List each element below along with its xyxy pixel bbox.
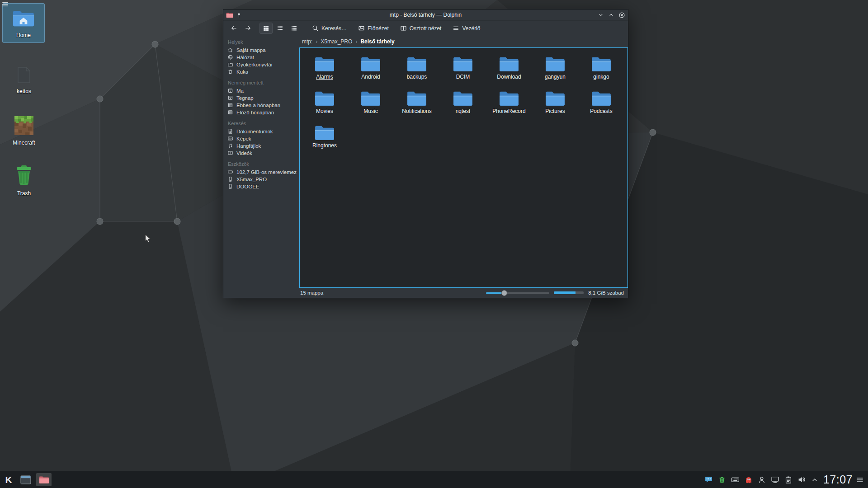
clock[interactable]: 17:07 [823, 473, 853, 486]
compact-view-button[interactable] [274, 23, 287, 34]
desktop-icon-trash[interactable]: Trash [3, 159, 45, 201]
panel-menu-icon[interactable] [856, 476, 864, 484]
sidebar-item-label: X5max_PRO [236, 177, 267, 182]
sidebar-item[interactable]: Előző hónapban [227, 109, 297, 116]
sidebar-item-label: 102,7 GiB-os merevlemez [236, 169, 297, 175]
folder-item[interactable]: Movies [302, 89, 348, 124]
task-window[interactable] [18, 473, 33, 486]
titlebar[interactable]: mtp - Belső tárhely — Dolphin [223, 9, 628, 21]
folder-count: 15 mappa [300, 290, 323, 296]
folder-icon [591, 55, 612, 72]
folder-item[interactable]: Ringtones [302, 124, 348, 158]
phone-icon [227, 183, 233, 189]
cal-day-icon [227, 95, 233, 101]
folder-item[interactable]: gangyun [532, 55, 578, 89]
desktop-icon-label: Minecraft [13, 140, 35, 146]
split-view-button[interactable]: Osztott nézet [397, 23, 445, 34]
sidebar-item-label: Kuka [236, 69, 248, 75]
sidebar-item[interactable]: Gyökérkönyvtár [227, 61, 297, 68]
sidebar-item[interactable]: Ma [227, 87, 297, 94]
app-launcher-button[interactable]: K [2, 473, 15, 487]
dolphin-app-icon [226, 12, 233, 18]
folder-icon [499, 55, 519, 72]
sidebar-item-label: Képek [236, 136, 251, 141]
breadcrumb-separator-icon: › [355, 38, 357, 45]
user-session-icon[interactable] [758, 476, 766, 484]
preview-button[interactable]: Előnézet [355, 23, 392, 34]
sidebar-item-label: Dokumentumok [236, 129, 273, 134]
sidebar-item[interactable]: Saját mappa [227, 47, 297, 53]
image-icon [227, 136, 233, 141]
disk-icon [227, 169, 233, 175]
folder-view[interactable]: AlarmsAndroidbackupsDCIMDownloadgangyung… [299, 47, 628, 288]
folder-label: Movies [316, 108, 333, 114]
display-settings-icon[interactable] [771, 475, 779, 484]
close-button[interactable] [618, 12, 625, 19]
folder-item[interactable]: Notifications [394, 89, 440, 124]
folder-icon [314, 89, 335, 107]
keyboard-layout-icon[interactable] [731, 475, 740, 484]
desktop-icon-kettos[interactable]: kettos [3, 61, 45, 99]
breadcrumb-item[interactable]: X5max_PRO [321, 38, 352, 45]
folder-item[interactable]: nqtest [440, 89, 486, 124]
sidebar-item[interactable]: 102,7 GiB-os merevlemez [227, 169, 297, 175]
folder-item[interactable]: ginkgo [578, 55, 624, 89]
folder-item[interactable]: Music [348, 89, 394, 124]
maximize-button[interactable] [608, 12, 614, 18]
sidebar-item-label: Tegnap [236, 95, 254, 101]
folder-item[interactable]: Podcasts [578, 89, 624, 124]
expand-tray-icon[interactable] [811, 476, 818, 483]
folder-item[interactable]: backups [394, 55, 440, 89]
ghost-app-icon[interactable] [745, 476, 753, 484]
desktop-icon-label: Home [16, 33, 31, 38]
messenger-icon[interactable] [704, 475, 713, 484]
split-view-label: Osztott nézet [410, 25, 442, 32]
zoom-slider[interactable] [486, 289, 549, 296]
sidebar-item[interactable]: Hálózat [227, 54, 297, 61]
sidebar-item[interactable]: Dokumentumok [227, 128, 297, 135]
folder-label: ginkgo [593, 74, 609, 80]
video-icon [227, 150, 233, 156]
volume-icon[interactable] [797, 475, 806, 484]
folder-label: Download [497, 74, 521, 80]
sidebar-item[interactable]: Tegnap [227, 94, 297, 101]
folder-item[interactable]: DCIM [440, 55, 486, 89]
task-dolphin[interactable] [36, 473, 52, 486]
details-view-button[interactable] [288, 23, 301, 34]
sidebar-item[interactable]: DOOGEE [227, 183, 297, 190]
icons-view-button[interactable] [259, 23, 273, 34]
folder-label: nqtest [456, 108, 471, 114]
sidebar-section-title: Eszközök [228, 161, 297, 167]
sidebar-item[interactable]: Videók [227, 150, 297, 156]
back-button[interactable] [227, 23, 241, 34]
sidebar-item[interactable]: X5max_PRO [227, 176, 297, 183]
folder-item[interactable]: Download [486, 55, 532, 89]
folder-item[interactable]: Android [348, 55, 394, 89]
desktop-icon-label: kettos [17, 89, 31, 94]
breadcrumb-item[interactable]: Belső tárhely [360, 38, 394, 45]
control-menu-label: Vezérlő [462, 25, 480, 32]
pin-icon[interactable] [236, 12, 242, 18]
folder-item[interactable]: PhoneRecord [486, 89, 532, 124]
folder-item[interactable]: Alarms [302, 55, 348, 89]
forward-button[interactable] [241, 23, 255, 34]
cal-month-icon [227, 109, 233, 115]
breadcrumb-item[interactable]: mtp: [302, 38, 312, 45]
folder-item[interactable]: Pictures [532, 89, 578, 124]
desktop-icon-minecraft[interactable]: Minecraft [3, 110, 45, 150]
control-menu-button[interactable]: Vezérlő [449, 23, 483, 34]
sidebar-item[interactable]: Hangfájlok [227, 142, 297, 149]
search-button[interactable]: Keresés… [309, 23, 350, 34]
sidebar-item[interactable]: Kuka [227, 68, 297, 75]
zoom-slider-handle[interactable] [501, 290, 507, 296]
sidebar-item[interactable]: Ebben a hónapban [227, 102, 297, 108]
clipboard-icon[interactable] [784, 476, 793, 484]
minimize-button[interactable] [598, 12, 604, 18]
compact-view-icon [277, 25, 283, 32]
sidebar-item[interactable]: Képek [227, 135, 297, 142]
trash-applet-icon[interactable] [718, 476, 726, 484]
desktop-toolbox-icon[interactable] [1, 0, 9, 10]
folder-grid: AlarmsAndroidbackupsDCIMDownloadgangyung… [300, 48, 627, 165]
home-icon [227, 47, 233, 53]
details-view-icon [291, 25, 297, 32]
